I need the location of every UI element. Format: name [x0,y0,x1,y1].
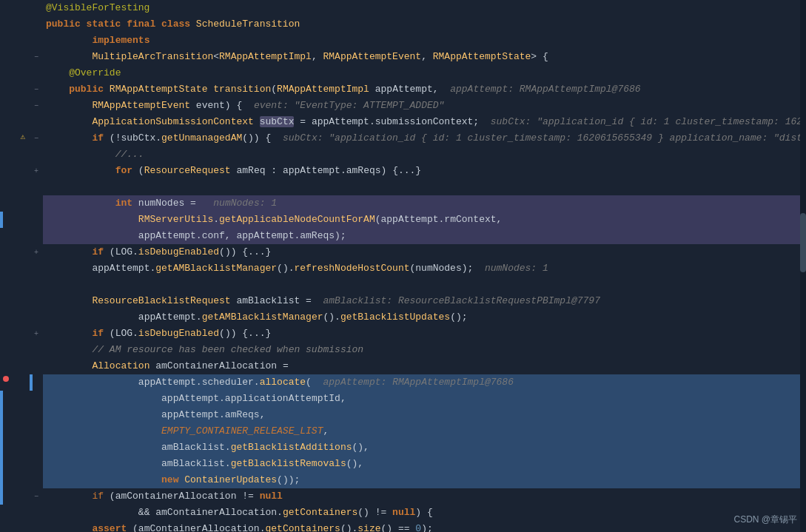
line-content-14: RMServerUtils.getApplicableNodeCountForA… [43,212,806,228]
line-content-6: public RMAppAttemptState transition(RMAp… [43,81,806,98]
line-content-26: appAttempt.amReqs, [43,407,806,423]
line-number-23 [0,358,30,374]
line-content-10: //... [43,147,806,163]
line-indicator-23 [30,358,43,374]
line-content-16: if (LOG.isDebugEnabled()) {...} [43,244,806,260]
line-indicator-32 [30,505,43,521]
line-content-8: ApplicationSubmissionContext subCtx = ap… [43,114,806,130]
code-line-3: implements [0,33,806,49]
code-line-15: appAttempt.conf, appAttempt.amReqs); [0,228,806,244]
blue-marker-25 [0,391,3,407]
line-indicator-3 [30,33,43,49]
line-content-7: RMAppAttemptEvent event) { event: "Event… [43,98,806,114]
code-line-1: @VisibleForTesting [0,0,806,16]
line-number-31 [0,488,30,505]
line-content-31: if (amContainerAllocation != null [43,488,806,505]
code-line-32: && amContainerAllocation.getContainers()… [0,505,806,521]
blue-marker-14 [0,212,3,228]
fold-icon-6[interactable]: − [34,86,38,94]
line-number-26 [0,407,30,423]
line-indicator-27 [30,423,43,440]
line-indicator-1 [30,0,43,16]
code-line-19: ResourceBlacklistRequest amBlacklist = a… [0,293,806,309]
code-line-20: appAttempt.getAMBlacklistManager().getBl… [0,309,806,326]
line-content-32: && amContainerAllocation.getContainers()… [43,505,806,521]
code-line-31: − if (amContainerAllocation != null [0,488,806,505]
line-number-32 [0,505,30,521]
code-line-17: appAttempt.getAMBlacklistManager().refre… [0,260,806,277]
code-line-4: − MultipleArcTransition<RMAppAttemptImpl… [0,49,806,65]
fold-icon-9[interactable]: − [34,135,38,143]
code-line-29: amBlacklist.getBlacklistRemovals(), [0,456,806,472]
line-content-22: // AM resource has been checked when sub… [43,342,806,358]
code-line-27: EMPTY_CONTAINER_RELEASE_LIST, [0,423,806,440]
line-indicator-30 [30,472,43,488]
line-number-10 [0,147,30,163]
line-indicator-8 [30,114,43,130]
line-content-19: ResourceBlacklistRequest amBlacklist = a… [43,293,806,309]
fold-icon-31[interactable]: − [34,493,38,501]
scrollbar-vertical[interactable] [800,0,806,532]
line-number-16 [0,244,30,260]
code-line-5: @Override [0,65,806,81]
line-content-17: appAttempt.getAMBlacklistManager().refre… [43,260,806,277]
fold-icon-7[interactable]: − [34,102,38,110]
blue-marker-24 [30,374,33,391]
code-line-9: ⚠ − if (!subCtx.getUnmanagedAM()) { subC… [0,130,806,147]
code-line-24: appAttempt.scheduler.allocate( appAttemp… [0,374,806,391]
line-content-29: amBlacklist.getBlacklistRemovals(), [43,456,806,472]
blue-marker-26 [0,407,3,423]
line-indicator-25 [30,391,43,407]
line-indicator-19 [30,293,43,309]
fold-icon-21[interactable]: + [34,330,38,338]
blue-marker-29 [0,456,3,472]
code-editor: @VisibleForTesting public static final c… [0,0,806,532]
line-indicator-4: − [30,49,43,65]
line-number-11 [0,163,30,179]
blue-marker-27 [0,423,3,440]
line-content-13: int numNodes = numNodes: 1 [43,195,806,212]
line-number-9: ⚠ [0,130,30,147]
code-line-30: new ContainerUpdates()); [0,472,806,488]
line-content-11: for (ResourceRequest amReq : appAttempt.… [43,163,806,179]
line-indicator-26 [30,407,43,423]
line-indicator-24 [30,374,43,391]
line-indicator-14 [30,212,43,228]
breakpoint-24 [3,376,9,382]
line-indicator-11: + [30,163,43,179]
line-number-33 [0,521,30,532]
line-content-4: MultipleArcTransition<RMAppAttemptImpl, … [43,49,806,65]
line-content-12 [43,179,806,195]
line-content-1: @VisibleForTesting [43,0,806,16]
line-indicator-33 [30,521,43,532]
scrollbar-thumb[interactable] [800,213,806,272]
line-content-18 [43,277,806,293]
line-number-7 [0,98,30,114]
line-indicator-21: + [30,326,43,342]
line-number-8 [0,114,30,130]
line-indicator-9: − [30,130,43,147]
line-number-21 [0,326,30,342]
line-content-33: assert (amContainerAllocation.getContain… [43,521,806,532]
blue-marker-28 [0,440,3,456]
line-number-24 [0,374,30,391]
line-content-30: new ContainerUpdates()); [43,472,806,488]
line-content-5: @Override [43,65,806,81]
line-content-27: EMPTY_CONTAINER_RELEASE_LIST, [43,423,806,440]
line-indicator-10 [30,147,43,163]
fold-icon-16[interactable]: + [34,249,38,257]
line-content-3: implements [43,33,806,49]
code-line-8: ApplicationSubmissionContext subCtx = ap… [0,114,806,130]
line-number-12 [0,179,30,195]
line-indicator-31: − [30,488,43,505]
code-line-33: assert (amContainerAllocation.getContain… [0,521,806,532]
line-content-9: if (!subCtx.getUnmanagedAM()) { subCtx: … [43,130,806,147]
line-number-25 [0,391,30,407]
fold-icon-11[interactable]: + [34,167,38,175]
line-content-21: if (LOG.isDebugEnabled()) {...} [43,326,806,342]
line-content-20: appAttempt.getAMBlacklistManager().getBl… [43,309,806,326]
code-line-6: − public RMAppAttemptState transition(RM… [0,81,806,98]
fold-icon-4[interactable]: − [34,53,38,61]
warning-icon-9: ⚠ [20,132,25,141]
line-number-2 [0,16,30,33]
